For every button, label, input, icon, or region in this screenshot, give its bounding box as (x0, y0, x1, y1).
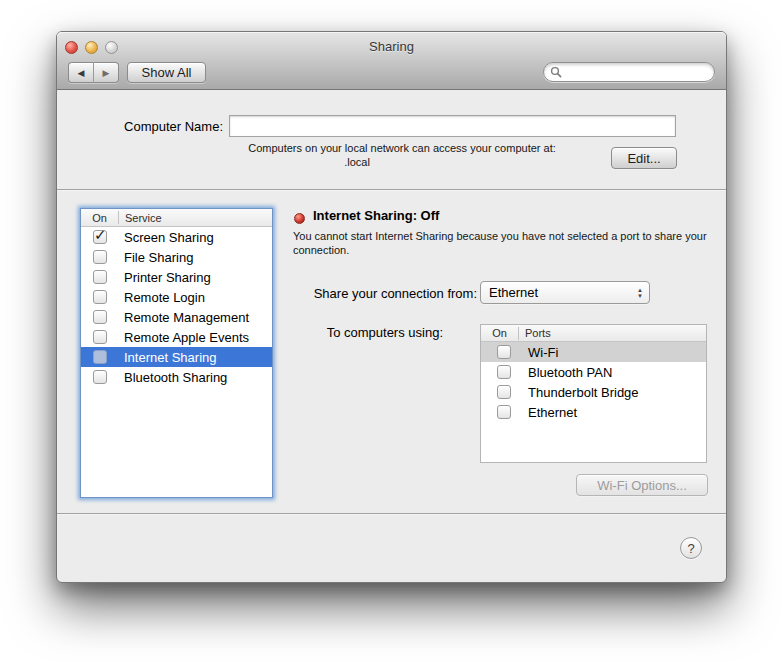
edit-button[interactable]: Edit... (611, 147, 677, 169)
service-checkbox-internet-sharing[interactable] (93, 350, 107, 364)
search-icon (550, 66, 562, 78)
section-divider-top (57, 189, 726, 190)
service-row-label: Screen Sharing (124, 230, 214, 245)
sharing-preferences-window: Sharing ◀ ▶ Show All Computer Name: Comp… (56, 31, 727, 583)
service-row-file-sharing[interactable]: File Sharing (81, 247, 272, 267)
ports-column-on: On (481, 327, 518, 339)
service-row-label: Bluetooth Sharing (124, 370, 227, 385)
popup-selected-value: Ethernet (481, 285, 631, 300)
computer-name-input[interactable] (229, 115, 676, 137)
port-row-label: Bluetooth PAN (528, 365, 612, 380)
wifi-options-button[interactable]: Wi-Fi Options... (576, 474, 708, 496)
status-indicator-icon (294, 213, 305, 224)
port-row-wi-fi[interactable]: Wi-Fi (481, 342, 706, 362)
service-checkbox-remote-apple-events[interactable] (93, 330, 107, 344)
service-row-bluetooth-sharing[interactable]: Bluetooth Sharing (81, 367, 272, 387)
ports-table-header: On Ports (481, 325, 706, 342)
service-list-rows: ✓Screen SharingFile SharingPrinter Shari… (81, 227, 272, 387)
service-row-label: Remote Login (124, 290, 205, 305)
service-checkbox-screen-sharing[interactable]: ✓ (93, 230, 107, 244)
port-checkbox-bluetooth-pan[interactable] (497, 365, 511, 379)
service-list-header: On Service (81, 209, 272, 227)
port-row-thunderbolt-bridge[interactable]: Thunderbolt Bridge (481, 382, 706, 402)
help-button[interactable]: ? (680, 537, 702, 559)
ports-column-ports: Ports (519, 327, 551, 339)
forward-button[interactable]: ▶ (94, 62, 119, 83)
port-checkbox-wi-fi[interactable] (497, 345, 511, 359)
service-row-label: Internet Sharing (124, 350, 217, 365)
service-checkbox-printer-sharing[interactable] (93, 270, 107, 284)
share-connection-from-popup[interactable]: Ethernet ▲ ▼ (480, 281, 650, 304)
port-row-ethernet[interactable]: Ethernet (481, 402, 706, 422)
window-chrome: Sharing ◀ ▶ Show All (57, 32, 726, 90)
popup-stepper-icon: ▲ ▼ (631, 287, 649, 299)
port-row-label: Ethernet (528, 405, 577, 420)
help-icon: ? (687, 541, 694, 556)
to-computers-using-label: To computers using: (237, 325, 443, 340)
service-column-on: On (81, 212, 118, 224)
port-checkbox-ethernet[interactable] (497, 405, 511, 419)
service-row-screen-sharing[interactable]: ✓Screen Sharing (81, 227, 272, 247)
service-row-label: Remote Management (124, 310, 249, 325)
window-title: Sharing (57, 39, 726, 54)
service-checkbox-bluetooth-sharing[interactable] (93, 370, 107, 384)
port-checkbox-thunderbolt-bridge[interactable] (497, 385, 511, 399)
share-connection-from-label: Share your connection from: (237, 286, 477, 301)
service-list: On Service ✓Screen SharingFile SharingPr… (80, 208, 273, 498)
ports-table: On Ports Wi-FiBluetooth PANThunderbolt B… (480, 324, 707, 463)
ports-list-rows: Wi-FiBluetooth PANThunderbolt BridgeEthe… (481, 342, 706, 422)
service-column-service: Service (119, 212, 162, 224)
port-row-label: Thunderbolt Bridge (528, 385, 639, 400)
service-checkbox-remote-login[interactable] (93, 290, 107, 304)
forward-arrow-icon: ▶ (103, 68, 110, 78)
back-arrow-icon: ◀ (78, 68, 85, 78)
search-input[interactable] (562, 64, 708, 80)
port-row-bluetooth-pan[interactable]: Bluetooth PAN (481, 362, 706, 382)
computer-name-label: Computer Name: (77, 119, 223, 134)
service-checkbox-file-sharing[interactable] (93, 250, 107, 264)
port-row-label: Wi-Fi (528, 345, 558, 360)
service-row-label: Printer Sharing (124, 270, 211, 285)
service-row-label: File Sharing (124, 250, 193, 265)
show-all-button[interactable]: Show All (127, 62, 206, 83)
section-divider-bottom (57, 513, 726, 514)
checkmark-icon: ✓ (94, 226, 107, 244)
service-row-internet-sharing[interactable]: Internet Sharing (81, 347, 272, 367)
status-description: You cannot start Internet Sharing becaus… (293, 229, 717, 257)
search-field (543, 62, 715, 82)
service-row-printer-sharing[interactable]: Printer Sharing (81, 267, 272, 287)
stepper-down-icon: ▼ (637, 293, 643, 299)
nav-history-segment: ◀ ▶ (68, 62, 119, 83)
status-title: Internet Sharing: Off (313, 208, 439, 223)
service-row-remote-management[interactable]: Remote Management (81, 307, 272, 327)
computer-name-helper-line1: Computers on your local network can acce… (221, 142, 583, 154)
service-row-label: Remote Apple Events (124, 330, 249, 345)
computer-name-helper-line2: .local (207, 156, 507, 168)
back-button[interactable]: ◀ (68, 62, 94, 83)
service-checkbox-remote-management[interactable] (93, 310, 107, 324)
